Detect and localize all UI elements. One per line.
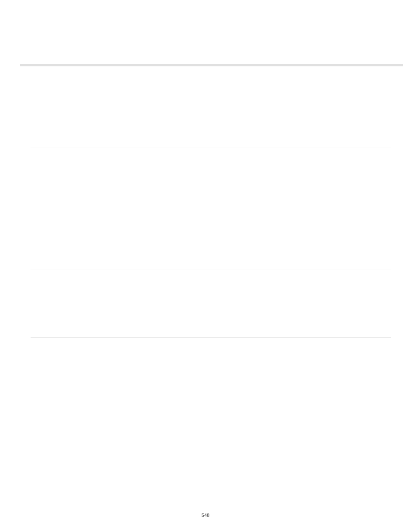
page-number: 548 [0, 513, 411, 518]
top-horizontal-bar [20, 64, 403, 66]
horizontal-rule-2 [31, 270, 391, 270]
horizontal-rule-1 [31, 147, 391, 147]
horizontal-rule-3 [31, 337, 391, 338]
